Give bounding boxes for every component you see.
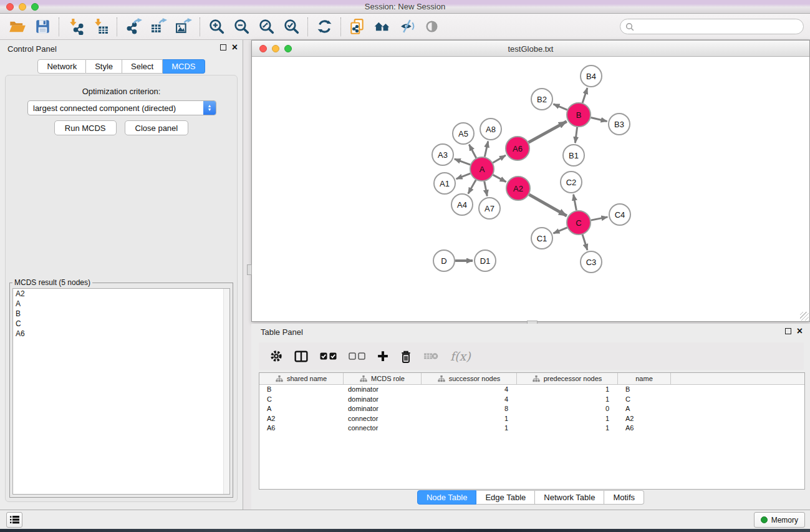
table-row[interactable]: Adominator80A [259,404,804,414]
node-label-B1: B1 [569,151,579,160]
table-row[interactable]: Bdominator41B [259,385,804,395]
run-mcds-button[interactable]: Run MCDS [54,120,117,135]
delete-table-button[interactable] [423,351,438,361]
show-panels-button[interactable] [420,16,445,38]
edge-C-C2[interactable] [574,195,577,211]
hide-panels-button[interactable] [395,16,420,38]
tab-style[interactable]: Style [86,59,122,74]
tab-mcds[interactable]: MCDS [163,59,205,74]
tab-edge-table[interactable]: Edge Table [476,490,535,505]
zoom-in-button[interactable] [204,16,229,38]
column-header-successor-nodes[interactable]: successor nodes [422,373,517,384]
window-resize-grip[interactable] [800,312,809,321]
edge-B-B2[interactable] [553,104,567,110]
edge-A-A2[interactable] [493,175,506,181]
tab-node-table[interactable]: Node Table [417,490,477,505]
column-header-mcds-role[interactable]: MCDS role [344,373,422,384]
zoom-selected-button[interactable] [279,16,304,38]
mcds-result-item[interactable]: A [13,299,229,309]
node-label-D: D [441,256,446,266]
export-image-button[interactable] [171,16,196,38]
network-window-titlebar[interactable]: testGlobe.txt [252,41,809,57]
optimization-criterion-dropdown[interactable]: largest connected component (directed) ▲… [27,100,216,115]
task-history-button[interactable] [6,512,22,528]
table-row[interactable]: Cdominator41C [259,395,804,405]
save-session-button[interactable] [30,16,55,38]
edge-B-B4[interactable] [582,88,587,103]
mcds-result-item[interactable]: A6 [13,329,229,339]
edge-A-A3[interactable] [455,159,470,165]
zoom-out-icon [233,18,250,35]
mcds-result-list[interactable]: A2ABCA6 [12,288,230,495]
export-table-button[interactable] [146,16,171,38]
edge-A6-B[interactable] [529,122,567,143]
node-label-A: A [480,165,485,174]
edge-B-B3[interactable] [591,117,607,121]
edge-A-A7[interactable] [485,181,488,196]
duplicate-network-button[interactable] [345,16,370,38]
float-panel-icon[interactable] [220,44,226,51]
search-input[interactable] [634,21,803,33]
column-header-predecessor-nodes[interactable]: predecessor nodes [517,373,618,384]
vertical-splitter-handle[interactable] [247,264,252,275]
unchecked-box-icon [358,352,365,360]
table-panel: Table Panel × [251,324,810,510]
network-graph[interactable]: B4B2BB3A5A8A6B1A3AC2A1A2A4A7C4CC1C3DD1 [253,57,810,322]
close-panel-icon[interactable]: × [232,44,238,51]
node-label-A8: A8 [486,125,496,134]
column-header-shared-name[interactable]: shared name [259,373,344,384]
eye-icon [424,18,441,35]
column-header-name[interactable]: name [618,373,671,384]
memory-button[interactable]: Memory [754,512,805,528]
add-column-button[interactable] [377,351,388,362]
network-canvas[interactable]: B4B2BB3A5A8A6B1A3AC2A1A2A4A7C4CC1C3DD1 [253,57,809,321]
tab-network-table[interactable]: Network Table [535,490,604,505]
scrollbar-track[interactable] [223,289,229,494]
open-session-button[interactable] [5,16,30,38]
close-panel-icon[interactable]: × [797,328,803,334]
select-all-button[interactable] [320,352,337,360]
import-network-button[interactable] [63,16,88,38]
edge-A-A8[interactable] [485,142,488,157]
edge-A-A6[interactable] [493,155,506,163]
edge-B-B1[interactable] [575,127,577,143]
float-panel-icon[interactable] [785,328,791,334]
import-table-button[interactable] [88,16,113,38]
refresh-button[interactable] [312,16,337,38]
node-label-B2: B2 [537,95,547,104]
edge-A-A5[interactable] [469,145,476,158]
mcds-result-item[interactable]: C [13,319,229,329]
node-label-A3: A3 [438,150,448,160]
mcds-result-item[interactable]: A2 [13,289,229,299]
table-row[interactable]: A2connector11A2 [259,414,804,424]
edge-C-C3[interactable] [582,235,587,250]
export-network-button[interactable] [121,16,146,38]
node-label-D1: D1 [480,256,491,266]
table-row[interactable]: A6connector11A6 [259,423,804,433]
table-tabs: Node TableEdge TableNetwork TableMotifs [251,490,810,505]
trash-icon [400,350,412,363]
tab-network[interactable]: Network [37,59,86,74]
deselect-all-button[interactable] [349,352,365,360]
zoom-fit-button[interactable] [254,16,279,38]
tab-select[interactable]: Select [122,59,163,74]
edge-C-C1[interactable] [553,228,567,233]
table-settings-button[interactable] [270,350,282,362]
table-cell: connector [344,414,422,424]
delete-column-button[interactable] [400,350,412,363]
column-visibility-button[interactable] [294,351,308,362]
apply-function-button[interactable]: f(x) [450,349,471,363]
node-table[interactable]: shared name MCDS role successor nodes [259,372,805,490]
edge-A-A4[interactable] [468,180,476,193]
zoom-out-button[interactable] [229,16,254,38]
edge-A2-C[interactable] [529,195,566,216]
main-toolbar [0,14,810,40]
close-panel-button[interactable]: Close panel [125,120,189,135]
edge-C-C4[interactable] [591,217,608,220]
tab-motifs[interactable]: Motifs [604,490,644,505]
mcds-result-item[interactable]: B [13,309,229,319]
hierarchy-icon [438,375,445,382]
table-cell: 0 [517,404,618,414]
home-view-button[interactable] [370,16,395,38]
edge-A-A1[interactable] [456,173,471,179]
